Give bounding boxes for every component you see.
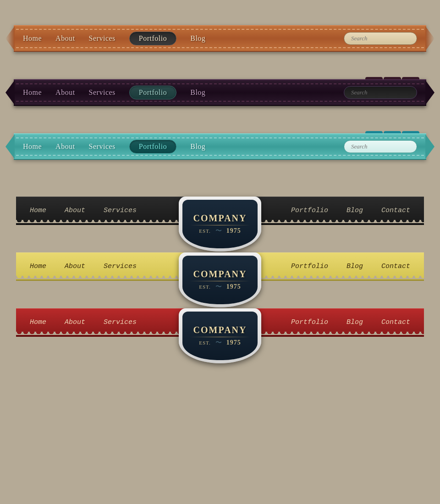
nav-services-1[interactable]: Services: [89, 34, 116, 43]
search-input-1[interactable]: [344, 32, 417, 45]
stitching-bottom-1: [16, 47, 424, 48]
badge-section-2: Home About Services COMPANY EST. 〜 1975: [0, 252, 440, 281]
nav-items-3: Home About Services Portfolio Blog: [14, 140, 344, 153]
badge-wing-3: EST. 〜 1975: [199, 339, 241, 347]
badge-est-2: EST.: [199, 284, 211, 290]
nav-blog-3[interactable]: Blog: [190, 142, 205, 151]
badge-est-1: EST.: [199, 228, 211, 234]
badge-nav-right-1: Portfolio Blog Contact: [266, 207, 424, 214]
nav-section-2: Home About Services Portfolio Blog: [0, 66, 440, 106]
company-badge-1: COMPANY EST. 〜 1975: [179, 197, 261, 252]
nav-portfolio-1[interactable]: Portfolio: [129, 32, 176, 45]
nav-home-2[interactable]: Home: [23, 88, 42, 97]
ribbon-nav-1: Home About Services Portfolio Blog: [14, 25, 426, 52]
nav-portfolio-2[interactable]: Portfolio: [129, 86, 176, 99]
stitching-top-2: [16, 83, 424, 84]
nav-services-3[interactable]: Services: [89, 142, 116, 151]
badge-nav-blog-2[interactable]: Blog: [346, 263, 363, 270]
badge-nav-home-1[interactable]: Home: [30, 207, 46, 214]
stitching-bottom-2: [16, 101, 424, 102]
nav-blog-2[interactable]: Blog: [190, 88, 205, 97]
badge-outer-2: COMPANY EST. 〜 1975: [179, 252, 261, 307]
badge-nav-left-3: Home About Services: [16, 318, 174, 326]
badge-nav-services-3[interactable]: Services: [104, 318, 137, 326]
badge-nav-portfolio-1[interactable]: Portfolio: [291, 207, 328, 214]
nav-about-3[interactable]: About: [55, 142, 75, 151]
badge-company-name-2: COMPANY: [193, 269, 247, 279]
badge-nav-services-2[interactable]: Services: [104, 263, 137, 270]
badge-line-2: [190, 281, 250, 281]
search-box-3: [344, 140, 417, 153]
nav-items-1: Home About Services Portfolio Blog: [14, 32, 344, 45]
company-badge-3: COMPANY EST. 〜 1975: [179, 308, 261, 363]
badge-outer-3: COMPANY EST. 〜 1975: [179, 308, 261, 363]
bird-icon-3: 〜: [215, 339, 222, 347]
badge-inner-1: COMPANY EST. 〜 1975: [182, 200, 258, 248]
nav-about-2[interactable]: About: [55, 88, 75, 97]
ribbon-nav-3: Home About Services Portfolio Blog: [14, 133, 426, 160]
badge-section-1: Home About Services COMPANY EST. 〜 1975: [0, 197, 440, 225]
badge-nav-portfolio-2[interactable]: Portfolio: [291, 263, 328, 270]
badge-nav-blog-3[interactable]: Blog: [346, 318, 363, 326]
badge-nav-bar-3: Home About Services COMPANY EST. 〜 1975: [16, 308, 424, 337]
badge-line-1: [190, 225, 250, 225]
badge-nav-contact-2[interactable]: Contact: [381, 263, 410, 270]
badge-year-1: 1975: [226, 227, 241, 235]
badge-year-2: 1975: [226, 283, 241, 290]
nav-items-2: Home About Services Portfolio Blog: [14, 86, 344, 99]
badge-nav-bar-1: Home About Services COMPANY EST. 〜 1975: [16, 197, 424, 225]
badge-inner-2: COMPANY EST. 〜 1975: [182, 256, 258, 304]
nav-blog-1[interactable]: Blog: [190, 34, 205, 43]
nav-about-1[interactable]: About: [55, 34, 75, 43]
search-box-2: [344, 86, 417, 99]
badge-wing-2: EST. 〜 1975: [199, 283, 241, 291]
badge-nav-left-1: Home About Services: [16, 207, 174, 214]
badge-nav-bar-2: Home About Services COMPANY EST. 〜 1975: [16, 252, 424, 281]
badge-line-3: [190, 337, 250, 337]
badge-inner-3: COMPANY EST. 〜 1975: [182, 312, 258, 360]
badge-wing-1: EST. 〜 1975: [199, 227, 241, 235]
badge-est-3: EST.: [199, 340, 211, 345]
ribbon-nav-2: Home About Services Portfolio Blog: [14, 79, 426, 106]
bird-icon-1: 〜: [215, 227, 222, 235]
search-input-2[interactable]: [344, 86, 417, 99]
badge-nav-services-1[interactable]: Services: [104, 207, 137, 214]
nav-portfolio-3[interactable]: Portfolio: [129, 140, 176, 153]
stitching-bottom-3: [16, 155, 424, 156]
badge-company-name-1: COMPANY: [193, 213, 247, 224]
badge-company-name-3: COMPANY: [193, 325, 247, 335]
badge-nav-blog-1[interactable]: Blog: [346, 207, 363, 214]
search-box-1: [344, 32, 417, 45]
badge-nav-home-3[interactable]: Home: [30, 318, 46, 326]
badge-nav-portfolio-3[interactable]: Portfolio: [291, 318, 328, 326]
company-badge-2: COMPANY EST. 〜 1975: [179, 252, 261, 307]
nav-home-1[interactable]: Home: [23, 34, 42, 43]
badge-nav-about-2[interactable]: About: [65, 263, 85, 270]
stitching-top-3: [16, 137, 424, 138]
nav-home-3[interactable]: Home: [23, 142, 42, 151]
badge-nav-left-2: Home About Services: [16, 263, 174, 270]
badge-nav-about-1[interactable]: About: [65, 207, 85, 214]
badge-year-3: 1975: [226, 339, 241, 346]
badge-outer-1: COMPANY EST. 〜 1975: [179, 197, 261, 252]
badge-nav-home-2[interactable]: Home: [30, 263, 46, 270]
nav-section-1: Home About Services Portfolio Blog: [0, 0, 440, 52]
badge-section-3: Home About Services COMPANY EST. 〜 1975: [0, 308, 440, 337]
bird-icon-2: 〜: [215, 283, 222, 291]
badge-nav-contact-3[interactable]: Contact: [381, 318, 410, 326]
nav-section-3: Home About Services Portfolio Blog: [0, 120, 440, 160]
badge-nav-contact-1[interactable]: Contact: [381, 207, 410, 214]
badge-nav-right-3: Portfolio Blog Contact: [266, 318, 424, 326]
nav-services-2[interactable]: Services: [89, 88, 116, 97]
stitching-top-1: [16, 29, 424, 30]
search-input-3[interactable]: [344, 140, 417, 153]
badge-nav-right-2: Portfolio Blog Contact: [266, 263, 424, 270]
badge-nav-about-3[interactable]: About: [65, 318, 85, 326]
